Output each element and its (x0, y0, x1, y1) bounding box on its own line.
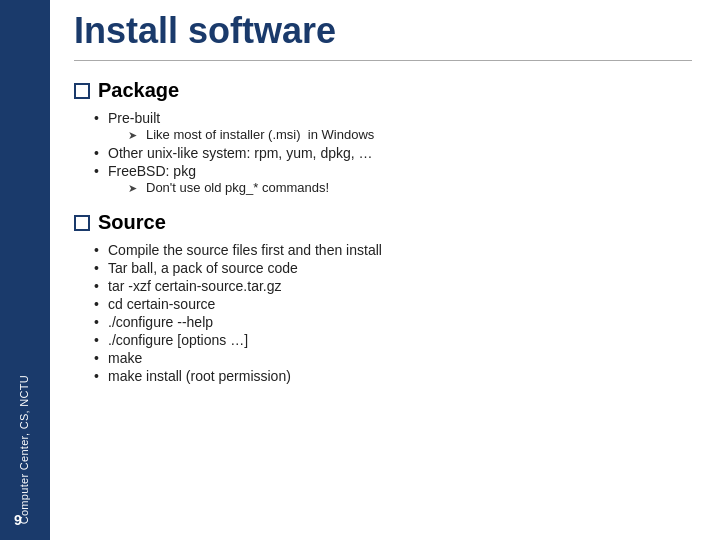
list-item: make install (root permission) (94, 368, 692, 384)
source-section: Source Compile the source files first an… (74, 207, 692, 388)
source-heading: Source (74, 211, 692, 234)
list-item: Like most of installer (.msi) in Windows (128, 127, 692, 142)
source-label: Source (98, 211, 166, 234)
list-item: make (94, 350, 692, 366)
main-content: Install software Package Pre-built Like … (50, 0, 720, 540)
package-heading: Package (74, 79, 692, 102)
package-label: Package (98, 79, 179, 102)
sidebar-label: Computer Center, CS, NCTU (17, 375, 32, 524)
package-list: Pre-built Like most of installer (.msi) … (74, 110, 692, 195)
list-item: Other unix-like system: rpm, yum, dpkg, … (94, 145, 692, 161)
sidebar: Computer Center, CS, NCTU (0, 0, 50, 540)
source-checkbox-icon (74, 215, 90, 231)
list-item: Tar ball, a pack of source code (94, 260, 692, 276)
list-item: ./configure --help (94, 314, 692, 330)
page-title: Install software (74, 10, 692, 61)
list-item: FreeBSD: pkg Don't use old pkg_* command… (94, 163, 692, 195)
list-item: ./configure [options …] (94, 332, 692, 348)
list-item: Pre-built Like most of installer (.msi) … (94, 110, 692, 142)
source-list: Compile the source files first and then … (74, 242, 692, 384)
list-item: Compile the source files first and then … (94, 242, 692, 258)
pre-built-sublist: Like most of installer (.msi) in Windows (108, 127, 692, 142)
page-number: 9 (14, 512, 22, 528)
list-item: tar -xzf certain-source.tar.gz (94, 278, 692, 294)
package-section: Package Pre-built Like most of installer… (74, 75, 692, 199)
freebsd-sublist: Don't use old pkg_* commands! (108, 180, 692, 195)
list-item: Don't use old pkg_* commands! (128, 180, 692, 195)
package-checkbox-icon (74, 83, 90, 99)
list-item: cd certain-source (94, 296, 692, 312)
